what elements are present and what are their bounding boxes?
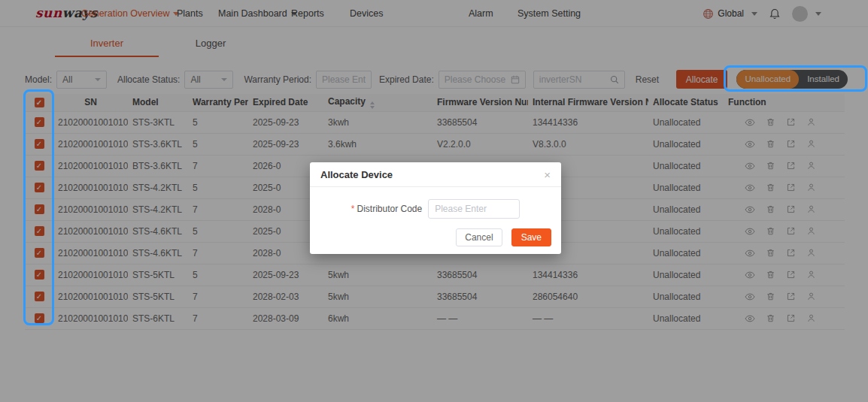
- save-button[interactable]: Save: [511, 228, 551, 246]
- modal-footer: Cancel Save: [456, 228, 551, 246]
- close-icon[interactable]: ×: [544, 169, 551, 180]
- modal-title: Allocate Device: [320, 169, 393, 180]
- allocate-device-modal: Allocate Device × * Distributor Code Can…: [310, 162, 561, 254]
- cancel-button[interactable]: Cancel: [456, 228, 502, 246]
- required-mark: *: [351, 204, 355, 214]
- distributor-code-input[interactable]: [428, 199, 520, 219]
- modal-body: * Distributor Code: [310, 199, 561, 219]
- modal-header: Allocate Device ×: [310, 162, 561, 187]
- distributor-code-label: Distributor Code: [357, 204, 422, 214]
